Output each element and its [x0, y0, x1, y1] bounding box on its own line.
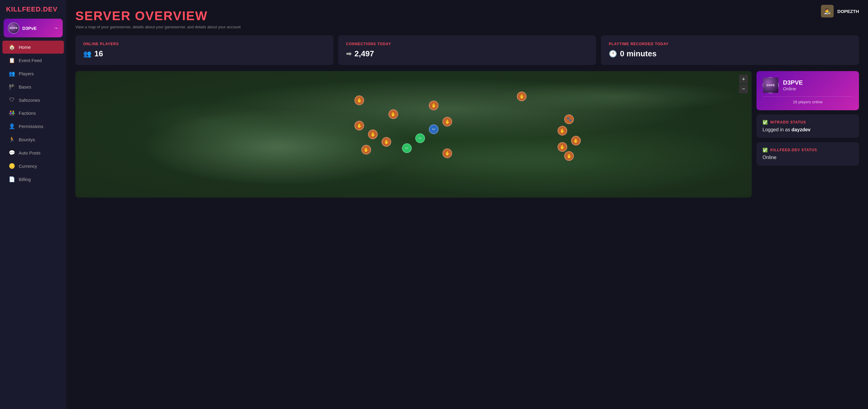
currency-icon: 🪙	[8, 163, 15, 169]
map-marker[interactable]: ✂	[429, 125, 438, 134]
auto-posts-icon: 💬	[8, 150, 15, 156]
sidebar: KILLFEED.DEV DOPE D3PvE → 🏠 Home 📋 Event…	[0, 0, 66, 409]
map-marker[interactable]: ✋	[429, 101, 438, 110]
sidebar-item-currency[interactable]: 🪙 Currency	[2, 160, 64, 173]
killfeed-status-card: ✅ KILLFEED.DEV STATUS Online	[756, 142, 859, 166]
map-marker[interactable]: ✋	[558, 126, 567, 136]
map-marker[interactable]: ✋	[442, 117, 452, 127]
user-avatar[interactable]: 🧑‍🎨	[821, 5, 834, 18]
stat-connections-value: ➡ 2,497	[346, 49, 588, 59]
nitrado-content: Logged in as dayzdev	[763, 127, 853, 133]
map-container[interactable]: + − ✋✋✋✋✋✋✋✋✋✋🐾✋✋✋✋✂✂✂	[75, 71, 752, 198]
killfeed-label: KILLFEED.DEV STATUS	[770, 148, 817, 152]
playtime-text: 0 minutes	[620, 49, 656, 59]
logo-text1: KILLFEED.	[6, 5, 43, 13]
permissions-icon: 👤	[8, 123, 15, 130]
page-title: SERVER OVERVIEW	[75, 9, 859, 23]
server-name: D3PvE	[22, 26, 37, 31]
clock-icon: 🕐	[609, 50, 617, 58]
map-marker[interactable]: ✂	[402, 143, 412, 153]
nitrado-username: dayzdev	[792, 127, 810, 132]
map-card: + − ✋✋✋✋✋✋✋✋✋✋🐾✋✋✋✋✂✂✂	[75, 71, 752, 198]
sidebar-item-home[interactable]: 🏠 Home	[2, 41, 64, 54]
connections-number: 2,497	[354, 49, 374, 59]
stat-playtime: PLAYTIME RECORDED TODAY 🕐 0 minutes	[601, 35, 859, 65]
bountys-label: Bountys	[19, 137, 35, 142]
stat-playtime-label: PLAYTIME RECORDED TODAY	[609, 42, 851, 46]
killfeed-content: Online	[763, 155, 853, 160]
server-arrow-icon: →	[53, 25, 59, 31]
stat-connections-label: CONNECTIONS TODAY	[346, 42, 588, 46]
map-marker[interactable]: ✋	[361, 145, 371, 155]
sidebar-item-bases[interactable]: 🏴 Bases	[2, 80, 64, 93]
map-marker[interactable]: ✋	[571, 136, 581, 145]
killfeed-text: Online	[763, 155, 776, 160]
map-zoom-controls: + −	[739, 75, 748, 93]
stat-connections: CONNECTIONS TODAY ➡ 2,497	[338, 35, 596, 65]
sidebar-item-auto-posts[interactable]: 💬 Auto Posts	[2, 146, 64, 159]
currency-label: Currency	[19, 164, 37, 169]
bases-icon: 🏴	[8, 84, 15, 90]
map-marker[interactable]: ✋	[381, 137, 391, 147]
bountys-icon: 🏃	[8, 136, 15, 143]
factions-icon: 👫	[8, 110, 15, 116]
content-row: + − ✋✋✋✋✋✋✋✋✋✋🐾✋✋✋✋✂✂✂ DOPE D3PVE Online	[75, 71, 859, 198]
safezones-label: Safezones	[19, 98, 40, 103]
nitrado-check-icon: ✅	[763, 120, 768, 125]
online-players-number: 16	[94, 49, 103, 59]
sidebar-item-players[interactable]: 👥 Players	[2, 67, 64, 80]
map-marker[interactable]: ✋	[558, 142, 567, 152]
server-selector[interactable]: DOPE D3PvE →	[4, 19, 63, 37]
sidebar-item-event-feed[interactable]: 📋 Event Feed	[2, 54, 64, 67]
status-info: D3PVE Online	[783, 79, 803, 91]
sidebar-item-safezones[interactable]: 🛡 Safezones	[2, 94, 64, 106]
right-panel: DOPE D3PVE Online 16 players online ✅ NI…	[756, 71, 859, 198]
sidebar-item-factions[interactable]: 👫 Factions	[2, 107, 64, 120]
killfeed-status-title: ✅ KILLFEED.DEV STATUS	[763, 147, 853, 152]
map-marker[interactable]: ✋	[389, 109, 398, 119]
factions-label: Factions	[19, 110, 36, 116]
stat-playtime-value: 🕐 0 minutes	[609, 49, 851, 59]
sidebar-item-billing[interactable]: 📄 Billing	[2, 173, 64, 186]
status-server-name: D3PVE	[783, 79, 803, 86]
server-status-top: DOPE D3PVE Online	[763, 77, 853, 93]
stats-row: ONLINE PLAYERS 👥 16 CONNECTIONS TODAY ➡ …	[75, 35, 859, 65]
map-marker[interactable]: ✋	[442, 148, 452, 158]
stat-online-players: ONLINE PLAYERS 👥 16	[75, 35, 333, 65]
zoom-out-button[interactable]: −	[739, 84, 748, 93]
killfeed-check-icon: ✅	[763, 147, 768, 152]
page-header: SERVER OVERVIEW View a map of your games…	[75, 9, 859, 29]
auto-posts-label: Auto Posts	[19, 150, 41, 156]
home-label: Home	[19, 44, 31, 50]
nitrado-status-title: ✅ NITRADO STATUS	[763, 120, 853, 125]
sidebar-item-bountys[interactable]: 🏃 Bountys	[2, 133, 64, 146]
map-marker[interactable]: ✋	[354, 121, 364, 130]
map-marker[interactable]: ✂	[415, 133, 425, 143]
sidebar-item-permissions[interactable]: 👤 Permissions	[2, 120, 64, 133]
players-icon: 👥	[83, 50, 91, 58]
server-card-left: DOPE D3PvE	[8, 22, 37, 34]
server-status-card: DOPE D3PVE Online 16 players online	[756, 71, 859, 110]
nav-menu: 🏠 Home 📋 Event Feed 👥 Players 🏴 Bases 🛡 …	[0, 40, 66, 186]
logo-text2: DEV	[43, 5, 58, 13]
map-marker[interactable]: ✋	[354, 96, 364, 105]
permissions-label: Permissions	[19, 124, 43, 129]
map-marker[interactable]: 🐾	[564, 114, 574, 124]
page-subtitle: View a map of your gameserver, details a…	[75, 25, 859, 29]
event-feed-icon: 📋	[8, 57, 15, 64]
billing-icon: 📄	[8, 176, 15, 182]
logo: KILLFEED.DEV	[0, 0, 66, 19]
dope-label: DOPE	[8, 23, 19, 33]
billing-label: Billing	[19, 177, 31, 182]
stat-online-value: 👥 16	[83, 49, 326, 59]
zoom-in-button[interactable]: +	[739, 75, 748, 84]
map-markers: ✋✋✋✋✋✋✋✋✋✋🐾✋✋✋✋✂✂✂	[75, 71, 752, 198]
stat-online-label: ONLINE PLAYERS	[83, 42, 326, 46]
status-players-count: 16 players online	[763, 96, 853, 104]
main-content: SERVER OVERVIEW View a map of your games…	[66, 0, 868, 409]
username-label: DOPEZTH	[837, 9, 859, 14]
map-marker[interactable]: ✋	[564, 151, 574, 161]
map-marker[interactable]: ✋	[368, 130, 378, 139]
map-marker[interactable]: ✋	[517, 92, 527, 101]
nitrado-status-card: ✅ NITRADO STATUS Logged in as dayzdev	[756, 114, 859, 138]
